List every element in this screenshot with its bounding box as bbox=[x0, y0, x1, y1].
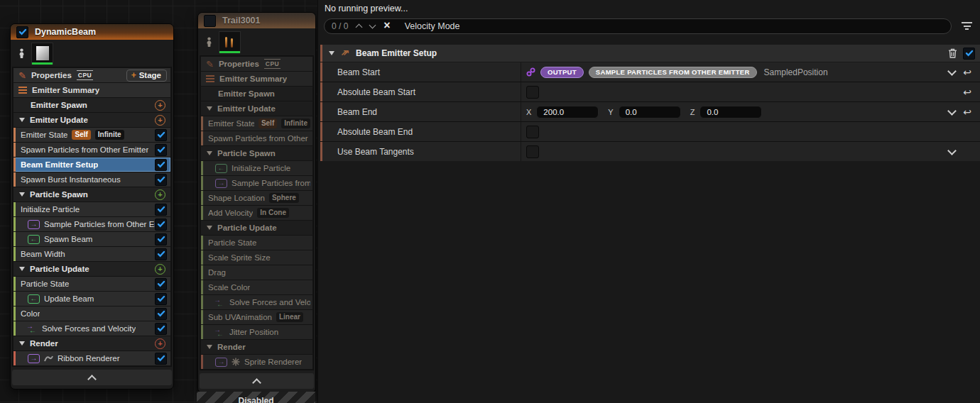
value-source-pill[interactable]: SAMPLE PARTICLES FROM OTHER EMITTER bbox=[589, 67, 757, 78]
module-row[interactable]: →Sample Particles from Other Emitter bbox=[13, 217, 170, 231]
module-row[interactable]: Drag bbox=[201, 265, 312, 280]
module-row[interactable]: Add VelocityIn Cone bbox=[201, 206, 312, 220]
module-enabled-checkbox[interactable] bbox=[155, 293, 167, 305]
emitter-header[interactable]: DynamicBeam bbox=[11, 24, 173, 40]
module-enabled-checkbox[interactable] bbox=[155, 308, 167, 320]
detail-row[interactable]: Beam StartOUTPUTSAMPLE PARTICLES FROM OT… bbox=[320, 62, 980, 82]
stack-group-row[interactable]: Particle Spawn bbox=[201, 146, 312, 160]
add-module-button[interactable]: + bbox=[155, 115, 165, 126]
detail-row[interactable]: Absolute Beam Start↩ bbox=[320, 82, 980, 101]
emitter-enabled-checkbox[interactable] bbox=[204, 15, 216, 27]
property-checkbox[interactable] bbox=[526, 145, 539, 158]
module-badge[interactable]: Sphere bbox=[269, 193, 299, 203]
module-enabled-checkbox[interactable] bbox=[155, 174, 167, 186]
emitter-enabled-checkbox[interactable] bbox=[16, 26, 28, 38]
stack-group-row[interactable]: Render bbox=[201, 340, 312, 354]
property-checkbox[interactable] bbox=[526, 126, 539, 138]
properties-row[interactable]: ✎PropertiesCPU bbox=[201, 57, 312, 71]
module-row[interactable]: Initialize Particle bbox=[13, 202, 170, 216]
emitter-thumbnail[interactable] bbox=[31, 43, 53, 65]
value-source-pill[interactable]: OUTPUT bbox=[540, 67, 584, 78]
add-module-button[interactable]: + bbox=[155, 189, 165, 200]
module-row[interactable]: Shape LocationSphere bbox=[201, 191, 312, 205]
reset-to-default-icon[interactable]: ↩ bbox=[963, 87, 971, 97]
module-row[interactable]: Spawn Burst Instantaneous bbox=[13, 172, 170, 187]
collapse-triangle-icon[interactable] bbox=[19, 267, 25, 271]
stack-group-row[interactable]: Emitter Spawn bbox=[201, 87, 312, 101]
chevron-down-icon[interactable] bbox=[947, 106, 957, 116]
detail-row[interactable]: Absolute Beam End bbox=[320, 122, 980, 141]
module-row[interactable]: →←Solve Forces and Velocity bbox=[201, 295, 312, 309]
emitter-thumbnail[interactable] bbox=[219, 31, 241, 53]
module-row[interactable]: →Sample Particles from Other Emitter bbox=[201, 176, 312, 190]
module-enabled-checkbox[interactable] bbox=[155, 233, 167, 245]
number-input[interactable]: 0.0 bbox=[619, 106, 681, 118]
collapse-triangle-icon[interactable] bbox=[207, 345, 212, 349]
stack-group-row[interactable]: Emitter Spawn+ bbox=[13, 98, 170, 112]
collapse-stack-button[interactable] bbox=[12, 370, 172, 385]
module-row[interactable]: Beam Width bbox=[13, 247, 170, 261]
expand-triangle-icon[interactable] bbox=[329, 51, 334, 55]
collapse-triangle-icon[interactable] bbox=[207, 151, 212, 155]
module-row[interactable]: Spawn Particles from Other Emitter bbox=[13, 143, 170, 157]
module-enabled-checkbox[interactable] bbox=[155, 219, 167, 231]
module-enabled-checkbox[interactable] bbox=[155, 129, 167, 141]
reset-to-default-icon[interactable]: ↩ bbox=[963, 107, 971, 117]
chevron-down-icon[interactable] bbox=[947, 67, 957, 76]
module-row[interactable]: Emitter StateSelfInfinite bbox=[13, 128, 170, 142]
search-clear-icon[interactable]: × bbox=[383, 20, 390, 31]
stack-group-row[interactable]: Render+ bbox=[13, 336, 170, 350]
detail-row[interactable]: Use Beam Tangents bbox=[320, 142, 980, 161]
module-enabled-checkbox[interactable] bbox=[155, 204, 167, 216]
details-section-header[interactable]: ↗↗ Beam Emitter Setup bbox=[320, 45, 980, 62]
module-row[interactable]: ←Update Beam bbox=[13, 292, 170, 306]
stack-group-row[interactable]: Emitter Update+ bbox=[13, 113, 170, 127]
module-enabled-checkbox[interactable] bbox=[155, 323, 167, 335]
reset-to-default-icon[interactable]: ↩ bbox=[963, 67, 971, 77]
emitter-summary-row[interactable]: Emitter Summary bbox=[13, 83, 170, 97]
filter-icon[interactable] bbox=[962, 22, 972, 30]
module-badge[interactable]: Self bbox=[258, 118, 277, 128]
property-checkbox[interactable] bbox=[526, 86, 539, 99]
collapse-triangle-icon[interactable] bbox=[19, 341, 25, 346]
add-module-button[interactable]: + bbox=[155, 100, 165, 111]
module-row[interactable]: →Ribbon Renderer bbox=[13, 351, 170, 365]
emitter-node-trail3001[interactable]: Trail3001✎PropertiesCPUEmitter SummaryEm… bbox=[197, 12, 316, 393]
search-prev-icon[interactable] bbox=[356, 24, 363, 31]
module-badge[interactable]: Infinite bbox=[95, 130, 124, 140]
module-row[interactable]: Scale Color bbox=[201, 280, 312, 294]
collapse-stack-button[interactable] bbox=[200, 373, 314, 389]
collapse-triangle-icon[interactable] bbox=[19, 118, 25, 122]
module-badge[interactable]: In Cone bbox=[257, 208, 289, 218]
collapse-triangle-icon[interactable] bbox=[19, 192, 25, 197]
module-enabled-checkbox[interactable] bbox=[155, 248, 167, 260]
module-row[interactable]: ←Spawn Beam bbox=[13, 232, 170, 246]
add-module-button[interactable]: + bbox=[155, 264, 165, 275]
module-row[interactable]: →←Jitter Position bbox=[201, 325, 312, 339]
stack-group-row[interactable]: Particle Spawn+ bbox=[13, 187, 170, 202]
number-input[interactable]: 200.0 bbox=[536, 106, 599, 118]
module-badge[interactable]: Infinite bbox=[281, 118, 310, 128]
module-row[interactable]: Emitter StateSelfInfinite bbox=[201, 116, 312, 131]
module-enabled-checkbox[interactable] bbox=[963, 48, 975, 60]
module-row[interactable]: Sub UVAnimationLinear bbox=[201, 310, 312, 324]
stack-group-row[interactable]: Particle Update+ bbox=[13, 262, 170, 276]
add-module-button[interactable]: + bbox=[155, 338, 165, 349]
collapse-triangle-icon[interactable] bbox=[207, 226, 212, 230]
module-row[interactable]: Particle State bbox=[13, 277, 170, 291]
module-enabled-checkbox[interactable] bbox=[155, 159, 167, 171]
module-badge[interactable]: Self bbox=[72, 130, 90, 140]
emitter-node-dynamicbeam[interactable]: DynamicBeam✎PropertiesCPU+StageEmitter S… bbox=[10, 23, 174, 390]
collapse-triangle-icon[interactable] bbox=[207, 106, 212, 111]
module-row[interactable]: Color bbox=[13, 307, 170, 321]
detail-row[interactable]: Beam EndX200.0Y0.0Z0.0↩ bbox=[320, 102, 980, 121]
add-stage-button[interactable]: +Stage bbox=[126, 70, 167, 82]
module-row[interactable]: ←Initialize Particle bbox=[201, 161, 312, 175]
delete-module-button[interactable] bbox=[948, 48, 957, 58]
module-row[interactable]: Scale Sprite Size bbox=[201, 250, 312, 265]
module-row[interactable]: →Sprite Renderer bbox=[201, 355, 312, 369]
search-bar[interactable]: 0 / 0 × Velocity Mode bbox=[324, 18, 952, 34]
module-row[interactable]: Particle State bbox=[201, 236, 312, 250]
module-badge[interactable]: Linear bbox=[276, 312, 303, 322]
emitter-summary-row[interactable]: Emitter Summary bbox=[201, 72, 312, 86]
